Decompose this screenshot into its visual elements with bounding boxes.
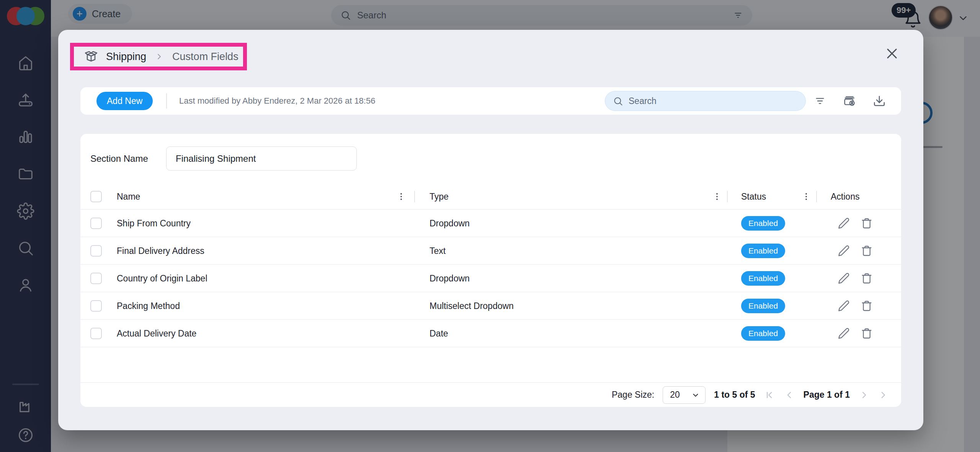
next-page-icon[interactable] [858, 389, 870, 401]
pagination-page-text: Page 1 of 1 [804, 390, 850, 400]
filter-icon[interactable] [813, 94, 827, 108]
row-checkbox[interactable] [90, 218, 102, 229]
field-name: Final Delivery Address [117, 246, 204, 256]
row-checkbox[interactable] [90, 245, 102, 257]
package-icon [83, 49, 99, 65]
row-checkbox[interactable] [90, 328, 102, 339]
page-size-value: 20 [670, 390, 680, 400]
custom-fields-card: Section Name Name Type Status Actions Sh… [80, 134, 901, 407]
pagination-bar: Page Size: 20 1 to 5 of 5 Page 1 of 1 [80, 382, 901, 407]
field-name: Packing Method [117, 301, 180, 311]
table-row: Packing Method Multiselect Dropdown Enab… [80, 292, 901, 320]
status-column-menu-icon[interactable] [800, 190, 812, 203]
add-new-button[interactable]: Add New [96, 92, 153, 110]
table-header-row: Name Type Status Actions [80, 184, 901, 210]
breadcrumb-chevron-icon [155, 52, 164, 61]
custom-fields-modal: Shipping Custom Fields Add New Last modi… [58, 30, 923, 430]
edit-pencil-icon[interactable] [837, 217, 850, 230]
first-page-icon[interactable] [764, 389, 775, 401]
delete-trash-icon[interactable] [860, 327, 873, 340]
status-badge: Enabled [741, 216, 785, 231]
status-badge: Enabled [741, 326, 785, 341]
field-name: Ship From Country [117, 218, 191, 228]
status-badge: Enabled [741, 299, 785, 313]
last-page-icon[interactable] [878, 389, 890, 401]
section-name-input[interactable] [166, 146, 357, 171]
download-icon[interactable] [872, 94, 886, 108]
delete-trash-icon[interactable] [860, 272, 873, 285]
annotation-highlight: Shipping Custom Fields [70, 43, 247, 70]
table-search-input[interactable] [629, 96, 798, 106]
section-name-label: Section Name [90, 146, 148, 171]
field-type: Dropdown [430, 218, 470, 228]
last-modified-text: Last modified by Abby Enderez, 2 Mar 202… [179, 87, 375, 115]
pagination-range-text: 1 to 5 of 5 [714, 390, 755, 400]
previous-page-icon[interactable] [784, 389, 795, 401]
column-header-status[interactable]: Status [741, 191, 766, 202]
delete-trash-icon[interactable] [860, 299, 873, 312]
table-row: Actual Delivery Date Date Enabled [80, 320, 901, 347]
breadcrumb-shipping[interactable]: Shipping [106, 51, 146, 63]
table-row: Final Delivery Address Text Enabled [80, 237, 901, 265]
table-row: Country of Origin Label Dropdown Enabled [80, 265, 901, 292]
column-divider [414, 191, 415, 202]
select-all-checkbox[interactable] [90, 191, 102, 202]
field-type: Multiselect Dropdown [430, 301, 514, 311]
field-type: Text [430, 246, 446, 256]
search-icon [613, 96, 623, 106]
table-search [605, 91, 806, 111]
edit-pencil-icon[interactable] [837, 327, 850, 340]
edit-pencil-icon[interactable] [837, 299, 850, 312]
app-root: Create 99+ Shipping Custom Fields Add Ne… [0, 0, 980, 452]
column-divider [727, 191, 728, 202]
delete-trash-icon[interactable] [860, 244, 873, 257]
page-size-label: Page Size: [612, 390, 654, 400]
edit-pencil-icon[interactable] [837, 272, 850, 285]
type-column-menu-icon[interactable] [711, 190, 723, 203]
edit-pencil-icon[interactable] [837, 244, 850, 257]
chevron-down-icon [691, 391, 700, 399]
modal-toolbar: Add New Last modified by Abby Enderez, 2… [80, 87, 901, 115]
name-column-menu-icon[interactable] [395, 190, 407, 203]
field-name: Country of Origin Label [117, 273, 207, 283]
delete-trash-icon[interactable] [860, 217, 873, 230]
toolbar-divider [166, 93, 167, 109]
field-type: Date [430, 328, 448, 338]
field-name: Actual Delivery Date [117, 328, 196, 338]
column-header-name[interactable]: Name [117, 191, 140, 202]
records-icon[interactable] [843, 94, 857, 108]
page-size-select[interactable]: 20 [663, 386, 706, 404]
column-header-type[interactable]: Type [430, 191, 449, 202]
field-type: Dropdown [430, 273, 470, 283]
row-checkbox[interactable] [90, 300, 102, 312]
breadcrumb-custom-fields: Custom Fields [172, 51, 238, 63]
column-header-actions: Actions [831, 191, 859, 202]
close-icon[interactable] [884, 46, 900, 61]
status-badge: Enabled [741, 244, 785, 258]
status-badge: Enabled [741, 271, 785, 286]
column-divider [816, 191, 817, 202]
row-checkbox[interactable] [90, 273, 102, 284]
table-row: Ship From Country Dropdown Enabled [80, 210, 901, 237]
